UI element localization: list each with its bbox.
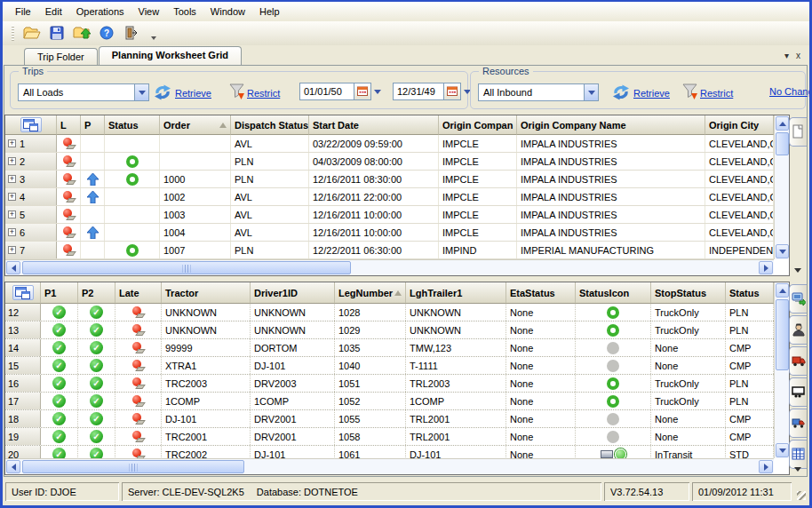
column-header-l[interactable]: L (57, 115, 81, 135)
trips-restrict-link[interactable]: Restrict (247, 88, 280, 99)
column-header-etastatus[interactable]: EtaStatus (506, 282, 576, 304)
date-from-field[interactable]: 01/01/50 (299, 83, 354, 100)
field-chooser-button[interactable] (5, 115, 57, 135)
column-header-status[interactable]: Status (726, 282, 774, 304)
column-header-p2[interactable]: P2 (78, 282, 115, 304)
tab-planning-worksheet-grid[interactable]: Planning Worksheet Grid (99, 46, 242, 65)
column-header-p[interactable]: P (81, 115, 105, 135)
column-header-legnumber[interactable]: LegNumber (335, 282, 406, 304)
table-row[interactable]: 18✓✓DJ-101DRV20011055TRL2001NoneNoneCMP (5, 410, 774, 428)
date-to-field[interactable]: 12/31/49 (393, 83, 444, 100)
resources-filter-combobox[interactable]: All Inbound (478, 83, 599, 101)
dock-more-button[interactable] (794, 467, 801, 472)
column-header-p1[interactable]: P1 (41, 282, 78, 304)
column-header-late[interactable]: Late (115, 282, 162, 304)
trips-grid-vscrollbar[interactable] (774, 115, 789, 259)
table-row[interactable]: 17✓✓1COMP1COMP10521COMPNoneTruckOnlyPLN (5, 393, 774, 410)
row-header[interactable]: 15 (5, 357, 41, 374)
legs-grid-vscrollbar[interactable] (774, 282, 789, 458)
tab-close-button[interactable]: x (796, 51, 800, 60)
row-header[interactable]: 19 (5, 428, 41, 445)
expand-button[interactable]: + (8, 228, 16, 236)
table-row[interactable]: +61004AVL12/16/2011 10:00:00IMPCLEIMPALA… (5, 224, 774, 242)
menu-edit[interactable]: Edit (38, 4, 69, 20)
export-button[interactable] (71, 24, 92, 44)
column-header-tractor[interactable]: Tractor (162, 282, 251, 304)
row-header[interactable]: 12 (5, 304, 41, 321)
row-header[interactable]: +3 (5, 171, 57, 187)
exit-button[interactable] (121, 24, 142, 44)
menu-tools[interactable]: Tools (166, 4, 203, 20)
tab-trip-folder[interactable]: Trip Folder (24, 48, 98, 65)
row-header[interactable]: 13 (5, 321, 41, 338)
table-row[interactable]: +31000PLN12/16/2011 08:30:00IMPCLEIMPALA… (5, 171, 774, 188)
column-header-lghtrailer1[interactable]: LghTrailer1 (406, 282, 506, 304)
column-header-order[interactable]: Order (160, 115, 231, 135)
date-from-dropdown-button[interactable] (371, 83, 384, 100)
menu-window[interactable]: Window (203, 4, 252, 20)
table-row[interactable]: +2PLN04/03/2009 08:00:00IMPCLEIMPALA IND… (5, 153, 774, 171)
row-header[interactable]: 16 (5, 375, 41, 392)
date-to-calendar-button[interactable] (444, 83, 461, 100)
scroll-down-button[interactable] (776, 443, 789, 457)
hscroll-thumb[interactable] (22, 261, 351, 274)
trips-retrieve-link[interactable]: Retrieve (175, 88, 211, 99)
column-header-origin_city[interactable]: Origin City (705, 115, 774, 135)
column-header-dispatch_status[interactable]: Dispatch Status (231, 115, 309, 135)
scroll-up-button[interactable] (776, 283, 789, 298)
dock-tab-tractor[interactable] (789, 346, 807, 376)
row-header[interactable]: +1 (5, 135, 57, 152)
open-button[interactable] (21, 24, 43, 44)
column-header-origin_company[interactable]: Origin Compan (439, 115, 517, 135)
field-chooser-button[interactable] (5, 282, 41, 304)
menu-help[interactable]: Help (252, 4, 287, 20)
table-row[interactable]: 19✓✓TRC2001DRV20011058TRL2001NoneNoneCMP (5, 428, 774, 446)
column-header-status[interactable]: Status (105, 115, 160, 135)
row-header[interactable]: 20 (5, 446, 41, 458)
date-from-calendar-button[interactable] (354, 83, 371, 100)
column-header-start_date[interactable]: Start Date (309, 115, 439, 135)
row-header[interactable]: +2 (5, 153, 57, 170)
expand-button[interactable]: + (8, 175, 16, 183)
dock-tab-carrier[interactable] (789, 409, 807, 438)
expand-button[interactable]: + (8, 157, 16, 165)
expand-button[interactable]: + (8, 210, 16, 218)
dock-tab-trailer[interactable] (789, 377, 807, 407)
save-button[interactable] (46, 24, 68, 44)
scroll-left-button[interactable] (6, 460, 20, 473)
no-change-link[interactable]: No Change (769, 86, 812, 97)
column-header-statusicon[interactable]: StatusIcon (576, 282, 651, 304)
scroll-down-button[interactable] (776, 244, 789, 258)
table-row[interactable]: 14✓✓99999DORTOM1035TMW,123NoneNoneCMP (5, 339, 774, 357)
row-header[interactable]: +5 (5, 206, 57, 223)
row-header[interactable]: +7 (5, 242, 57, 258)
table-row[interactable]: +71007PLN12/22/2011 06:30:00IMPINDIMPERI… (5, 242, 774, 259)
row-header[interactable]: +6 (5, 224, 57, 241)
toolbar-overflow-button[interactable] (147, 25, 159, 43)
resize-grip[interactable] (794, 482, 807, 501)
trips-grid-hscrollbar[interactable] (5, 259, 774, 275)
row-header[interactable]: 14 (5, 339, 41, 356)
vscroll-thumb[interactable] (776, 132, 789, 155)
resources-restrict-link[interactable]: Restrict (700, 88, 733, 99)
trips-filter-combobox[interactable]: All Loads (18, 83, 149, 101)
row-header[interactable]: +4 (5, 188, 57, 205)
table-row[interactable]: 13✓✓UNKNOWNUNKNOWN1029UNKNOWNNoneTruckOn… (5, 321, 774, 339)
help-button[interactable]: ? (96, 24, 117, 44)
table-row[interactable]: 20✓✓TRC2002DJ-1011061DJ-101NoneInTransit… (5, 446, 774, 458)
vscroll-thumb[interactable] (776, 299, 789, 370)
menu-operations[interactable]: Operations (69, 4, 131, 20)
resources-combo-dropdown-button[interactable] (584, 84, 598, 100)
table-row[interactable]: +41002AVL12/16/2011 22:00:00IMPCLEIMPALA… (5, 188, 774, 206)
scroll-left-button[interactable] (6, 261, 20, 274)
menu-view[interactable]: View (131, 4, 167, 20)
tab-list-dropdown-button[interactable]: ▾ (784, 51, 789, 60)
trips-combo-dropdown-button[interactable] (134, 84, 148, 100)
resources-retrieve-link[interactable]: Retrieve (633, 88, 670, 99)
hscroll-thumb[interactable] (22, 460, 244, 473)
table-row[interactable]: 16✓✓TRC2003DRV20031051TRL2003NoneTruckOn… (5, 375, 774, 393)
dock-tab-document[interactable] (789, 117, 807, 147)
dock-tab-assign[interactable] (789, 284, 807, 314)
expand-button[interactable]: + (8, 193, 16, 201)
table-row[interactable]: 15✓✓XTRA1DJ-1011040T-1111NoneNoneCMP (5, 357, 774, 375)
